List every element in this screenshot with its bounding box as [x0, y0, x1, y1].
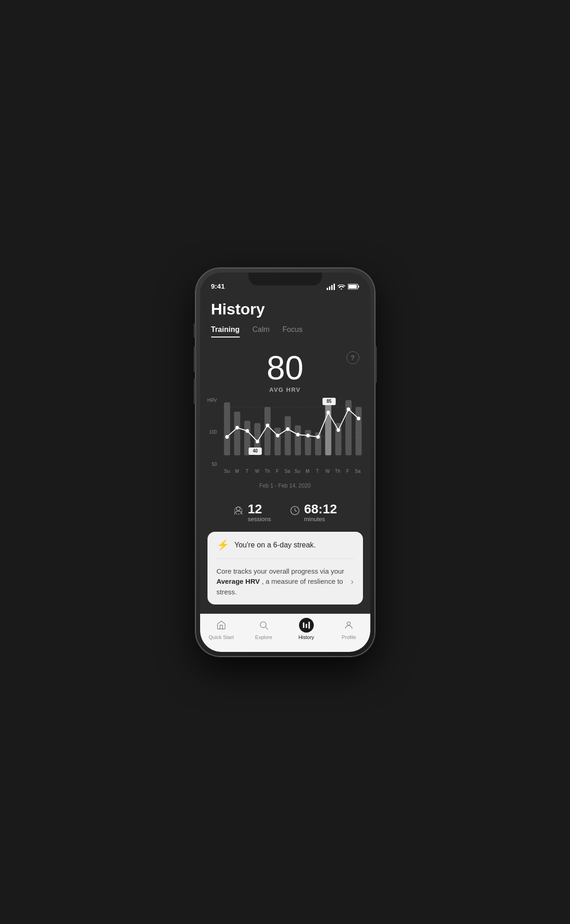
status-time: 9:41: [211, 282, 225, 290]
svg-rect-5: [224, 402, 230, 455]
sessions-header: Sessions Feb 1 - Feb 14, 2020: [200, 612, 370, 614]
hrv-value: 80: [211, 351, 359, 384]
minutes-content: 68:12 minutes: [304, 502, 337, 523]
x-label-su2: Su: [293, 469, 303, 474]
tab-calm[interactable]: Calm: [253, 325, 270, 337]
nav-quick-start[interactable]: Quick Start: [200, 618, 243, 640]
minutes-unit: minutes: [304, 516, 337, 523]
home-icon: [216, 620, 226, 630]
battery-icon: [348, 284, 359, 290]
x-label-th1: Th: [262, 469, 272, 474]
svg-rect-1: [348, 285, 357, 289]
x-label-t1: T: [242, 469, 252, 474]
info-text: Core tracks your overall progress via yo…: [217, 566, 345, 598]
svg-point-32: [316, 435, 320, 439]
profile-label: Profile: [342, 634, 356, 640]
svg-rect-15: [325, 401, 331, 455]
nav-explore[interactable]: Explore: [242, 618, 285, 640]
chart-main: 85 40: [222, 398, 363, 481]
tab-bar: Training Calm Focus: [200, 325, 370, 337]
nav-profile[interactable]: Profile: [328, 618, 370, 640]
x-label-f1: F: [272, 469, 282, 474]
notch: [248, 273, 322, 285]
y-axis-labels: HRV 100 50: [207, 398, 217, 467]
x-axis-labels: Su M T W Th F Sa Su M T W Th F: [222, 467, 363, 481]
y-label-100: 100: [207, 430, 217, 435]
page-header: History: [200, 293, 370, 318]
svg-rect-45: [305, 624, 307, 628]
y-label-50: 50: [207, 462, 217, 467]
svg-text:40: 40: [253, 448, 258, 453]
svg-point-34: [336, 428, 340, 432]
svg-point-42: [260, 622, 266, 628]
minutes-number: 68:12: [304, 502, 337, 517]
explore-label: Explore: [255, 634, 272, 640]
history-label: History: [299, 634, 314, 640]
tab-focus[interactable]: Focus: [282, 325, 303, 337]
side-btn-silent: [194, 323, 196, 338]
svg-point-28: [276, 434, 279, 437]
sessions-icon: [233, 505, 244, 519]
svg-rect-11: [284, 416, 290, 455]
svg-line-41: [295, 511, 297, 511]
wifi-icon: [338, 284, 345, 290]
tab-training[interactable]: Training: [211, 325, 240, 337]
hrv-section: ? 80 AVG HRV: [200, 347, 370, 393]
svg-point-24: [235, 426, 239, 430]
svg-point-47: [347, 622, 351, 625]
side-btn-power: [375, 346, 377, 383]
svg-rect-16: [335, 423, 341, 455]
svg-rect-2: [358, 285, 359, 288]
svg-point-25: [245, 429, 249, 433]
svg-rect-12: [294, 425, 300, 455]
x-label-w1: W: [252, 469, 262, 474]
help-button[interactable]: ?: [346, 351, 359, 364]
svg-point-35: [346, 407, 350, 411]
history-icon-wrap: [299, 618, 314, 633]
x-label-th2: Th: [333, 469, 343, 474]
info-card: ⚡ You're on a 6-day streak. Core tracks …: [207, 532, 363, 605]
status-icons: [327, 284, 359, 290]
svg-point-23: [225, 435, 229, 439]
x-label-t2: T: [312, 469, 322, 474]
minutes-icon: [289, 505, 300, 519]
sessions-content: 12 sessions: [248, 502, 271, 523]
chart-date-range: Feb 1 - Feb 14, 2020: [207, 482, 363, 496]
x-label-m1: M: [232, 469, 242, 474]
search-icon: [259, 620, 269, 630]
svg-rect-44: [303, 622, 304, 628]
svg-rect-6: [234, 412, 240, 455]
phone-frame: 9:41: [196, 268, 375, 657]
svg-point-31: [306, 434, 310, 437]
x-label-su1: Su: [222, 469, 232, 474]
explore-icon-wrap: [256, 618, 271, 633]
x-label-sa2: Sa: [353, 469, 363, 474]
bottom-nav: Quick Start Explore: [200, 614, 370, 652]
profile-icon-wrap: [341, 618, 356, 633]
chart-wrapper: HRV 100 50: [207, 398, 363, 481]
minutes-stat: 68:12 minutes: [289, 502, 337, 523]
streak-row: ⚡ You're on a 6-day streak.: [207, 532, 363, 558]
svg-rect-18: [355, 407, 361, 455]
chart-svg: 85 40: [222, 398, 363, 467]
svg-point-36: [357, 417, 360, 420]
x-label-w2: W: [322, 469, 333, 474]
svg-point-27: [265, 424, 269, 427]
phone-screen: 9:41: [200, 273, 370, 652]
hrv-chart: HRV 100 50: [200, 398, 370, 496]
x-label-f2: F: [343, 469, 353, 474]
chevron-right-icon: ›: [351, 577, 354, 587]
svg-rect-9: [264, 407, 270, 455]
svg-line-43: [265, 627, 268, 629]
sessions-number: 12: [248, 502, 271, 517]
content-area: History Training Calm Focus ? 80 AVG HRV: [200, 293, 370, 614]
side-btn-vol-down: [194, 378, 196, 404]
side-btn-vol-up: [194, 346, 196, 372]
nav-history[interactable]: History: [285, 618, 328, 640]
lightning-icon: ⚡: [217, 539, 229, 551]
page-title: History: [211, 300, 359, 318]
quick-start-icon-wrap: [214, 618, 229, 633]
svg-text:85: 85: [327, 398, 332, 403]
svg-point-26: [255, 440, 259, 443]
info-text-row[interactable]: Core tracks your overall progress via yo…: [207, 559, 363, 605]
